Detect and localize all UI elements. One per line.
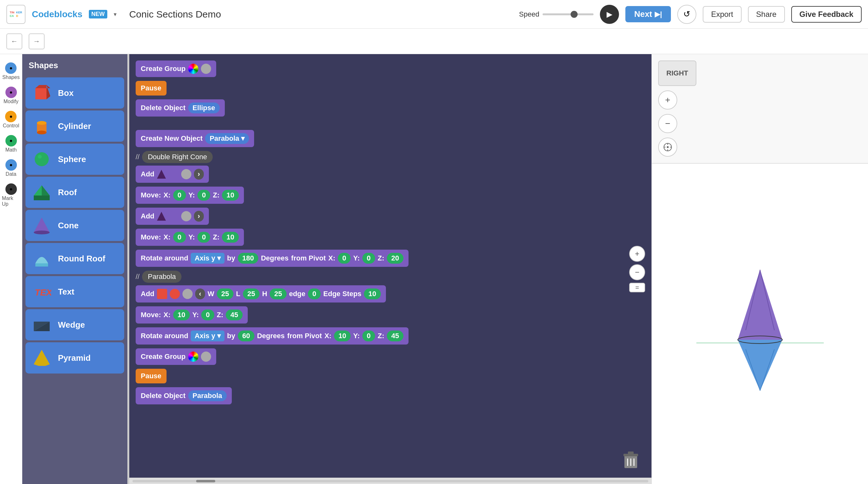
shape-item-sphere[interactable]: Sphere <box>26 144 124 175</box>
sidebar-item-markup[interactable]: ● Mark Up <box>0 181 22 209</box>
move1-z-val: 10 <box>222 190 239 201</box>
sidebar-item-modify[interactable]: ● Modify <box>2 85 20 107</box>
move2-z-val: 10 <box>222 232 239 243</box>
comment-parabola: // Parabola <box>136 271 645 283</box>
next-button[interactable]: Next ▶| <box>625 6 671 22</box>
sidebar-item-data[interactable]: ● Data <box>3 157 19 179</box>
zoom-equal-button[interactable]: = <box>629 283 645 292</box>
feedback-button[interactable]: Give Feedback <box>791 6 862 23</box>
svg-rect-13 <box>35 263 48 267</box>
delete-object-block-1[interactable]: Delete Object Ellipse <box>136 99 225 117</box>
add-label-1: Add <box>141 170 154 178</box>
move2-x-val: 0 <box>173 232 186 243</box>
double-cone-svg <box>696 244 824 403</box>
move-block-2[interactable]: Move: X: 0 Y: 0 Z: 10 <box>136 229 244 246</box>
control-icon: ● <box>5 111 17 122</box>
rotate-label-2: Rotate around <box>141 332 188 340</box>
shape-item-cone[interactable]: Cone <box>26 210 124 241</box>
round-roof-thumb <box>31 247 53 270</box>
pause-block-2[interactable]: Pause <box>136 369 166 383</box>
add-block-2[interactable]: Add › <box>136 208 209 225</box>
speed-slider[interactable] <box>542 13 593 15</box>
move-row-3: Move: X: 10 Y: 0 Z: 45 <box>136 306 645 326</box>
pause-row-2: Pause <box>136 369 645 385</box>
by-label-2: by <box>227 332 235 340</box>
create-new-object-block[interactable]: Create New Object Parabola ▾ <box>136 130 254 147</box>
rz-label-2: Z: <box>378 332 384 340</box>
shape-item-text[interactable]: TEXT Text <box>26 276 124 307</box>
svg-point-5 <box>37 130 46 134</box>
shape-item-cylinder[interactable]: Cylinder <box>26 111 124 142</box>
edge-steps-val: 10 <box>364 289 380 299</box>
box-label: Box <box>58 88 73 98</box>
dropdown-arrow-icon[interactable]: ▾ <box>114 11 117 18</box>
shape-item-wedge[interactable]: Wedge <box>26 309 124 340</box>
scrollbar-area[interactable] <box>129 478 651 484</box>
sidebar-item-math[interactable]: ● Math <box>3 133 19 155</box>
pause-block-1[interactable]: Pause <box>136 81 166 95</box>
sidebar-item-shapes[interactable]: ● Shapes <box>0 61 21 82</box>
rotate-row-2: Rotate around Axis y ▾ by 60 Degrees fro… <box>136 327 645 346</box>
add-block-1[interactable]: Add › <box>136 165 209 183</box>
zoom-out-overlay-button[interactable]: − <box>629 264 645 280</box>
forward-button[interactable]: → <box>29 33 44 49</box>
arrow-pill-2: › <box>194 211 204 222</box>
zoom-in-overlay-button[interactable]: + <box>629 246 645 262</box>
move3-x-val: 10 <box>173 309 190 320</box>
create-group-block-2[interactable]: Create Group <box>136 349 216 365</box>
rotate2-z-val: 45 <box>387 331 403 341</box>
svg-marker-1 <box>35 85 46 88</box>
rotate-block-1[interactable]: Rotate around Axis y ▾ by 180 Degrees fr… <box>136 250 408 267</box>
trash-button[interactable] <box>620 449 642 471</box>
shape-item-round-roof[interactable]: Round Roof <box>26 243 124 274</box>
edge-steps-label: Edge Steps <box>323 290 362 298</box>
move-block-1[interactable]: Move: X: 0 Y: 0 Z: 10 <box>136 187 244 204</box>
zoom-in-button[interactable]: + <box>658 90 677 110</box>
color-rainbow-icon-1 <box>188 64 198 74</box>
rotate-block-2[interactable]: Rotate around Axis y ▾ by 60 Degrees fro… <box>136 327 408 344</box>
delete-object-block-2[interactable]: Delete Object Parabola <box>136 387 232 404</box>
move-label-3: Move: <box>141 311 161 319</box>
axis-y-pill-1[interactable]: Axis y ▾ <box>191 253 224 264</box>
second-bar: ← → <box>0 29 868 54</box>
block-canvas[interactable]: Create Group Pause Delete Object Ellipse… <box>129 54 651 484</box>
pause-label-2: Pause <box>141 372 161 380</box>
export-button[interactable]: Export <box>703 6 741 23</box>
pause-row-1: Pause <box>136 81 645 97</box>
rz-label-1: Z: <box>378 254 384 262</box>
shape-item-box[interactable]: Box <box>26 78 124 109</box>
color-purple-icon-2 <box>168 211 179 221</box>
right-panel: RIGHT + − <box>651 54 868 484</box>
move-block-3[interactable]: Move: X: 10 Y: 0 Z: 45 <box>136 306 248 324</box>
axis-y-pill-2[interactable]: Axis y ▾ <box>191 331 224 341</box>
play-button[interactable]: ▶ <box>600 5 619 24</box>
modify-icon: ● <box>5 87 17 98</box>
move1-y-val: 0 <box>197 190 210 201</box>
view-right-button[interactable]: RIGHT <box>658 61 696 86</box>
3d-viewport[interactable] <box>652 163 868 484</box>
zoom-out-button[interactable]: − <box>658 114 677 133</box>
edge-val: 0 <box>308 289 321 299</box>
shape-item-roof[interactable]: Roof <box>26 177 124 208</box>
project-title: Conic Sections Demo <box>129 9 221 20</box>
red-box-icon <box>157 289 167 299</box>
comment-slash-2: // <box>136 273 140 281</box>
back-button[interactable]: ← <box>6 33 22 49</box>
reset-view-button[interactable] <box>658 138 677 157</box>
create-group-block-1[interactable]: Create Group <box>136 61 216 77</box>
add-block-3[interactable]: Add ‹ W 25 L 25 H 25 edge 0 Edge Steps 1… <box>136 285 386 303</box>
sidebar-item-control[interactable]: ● Control <box>1 109 21 130</box>
share-button[interactable]: Share <box>748 6 785 23</box>
reset-button[interactable]: ↺ <box>677 5 696 24</box>
data-label: Data <box>6 171 17 177</box>
create-group-label-2: Create Group <box>141 353 186 361</box>
shape-item-pyramid[interactable]: Pyramid <box>26 342 124 373</box>
rotate1-x-val: 0 <box>338 253 350 264</box>
move2-y-val: 0 <box>197 232 210 243</box>
shapes-panel: Shapes Box Cylinder <box>22 54 127 484</box>
svg-rect-21 <box>628 452 633 454</box>
app-name: Codeblocks <box>32 9 83 20</box>
move-label-1: Move: <box>141 191 161 199</box>
wedge-label: Wedge <box>58 320 85 330</box>
parabola-pill-2: Parabola <box>188 390 227 401</box>
